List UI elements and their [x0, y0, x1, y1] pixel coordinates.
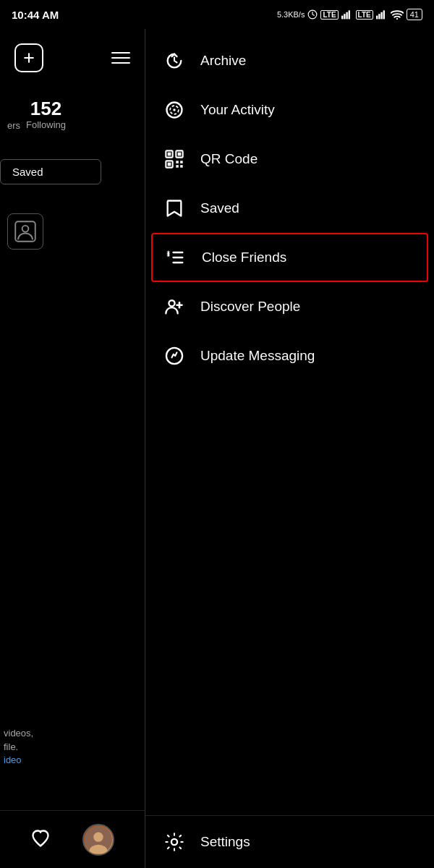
status-time: 10:44 AM	[12, 9, 59, 21]
archive-icon	[163, 49, 186, 72]
close-friends-svg	[166, 247, 186, 268]
signal-bars-1	[341, 9, 353, 20]
menu-item-close-friends[interactable]: Close Friends	[151, 233, 428, 282]
svg-rect-25	[180, 161, 183, 163]
qr-svg	[164, 149, 184, 169]
followers-partial-text: ers	[7, 121, 20, 130]
svg-rect-8	[383, 10, 384, 19]
svg-rect-7	[380, 12, 382, 20]
qr-code-label: QR Code	[200, 151, 258, 167]
svg-rect-3	[346, 12, 347, 20]
update-messaging-label: Update Messaging	[200, 348, 315, 364]
svg-rect-6	[378, 14, 380, 19]
photo-placeholder	[7, 213, 43, 250]
saved-label: Saved	[200, 200, 239, 216]
following-stat[interactable]: 152 Following	[26, 98, 66, 130]
svg-point-11	[22, 225, 29, 231]
menu-item-archive[interactable]: Archive	[145, 36, 434, 85]
wifi-icon	[391, 9, 404, 20]
qr-icon	[163, 148, 186, 171]
following-label: Following	[26, 119, 66, 130]
close-friends-label: Close Friends	[202, 250, 286, 265]
svg-rect-2	[344, 14, 345, 19]
heart-button[interactable]	[30, 828, 51, 851]
svg-rect-24	[176, 161, 179, 163]
avatar-image	[85, 826, 112, 854]
settings-item[interactable]: Settings	[145, 815, 434, 868]
settings-label: Settings	[200, 834, 250, 850]
new-post-button[interactable]	[14, 43, 43, 72]
bottom-text-1: videos,	[4, 728, 33, 739]
bottom-text-2: file.	[4, 741, 18, 752]
menu-item-saved[interactable]: Saved	[145, 184, 434, 233]
svg-rect-4	[348, 10, 349, 19]
menu-item-update-messaging[interactable]: Update Messaging	[145, 331, 434, 380]
menu-list: Archive Your Activity	[145, 36, 434, 380]
saved-button[interactable]: Saved	[0, 159, 101, 184]
activity-icon	[163, 98, 186, 122]
followers-stat: ers	[7, 121, 20, 130]
lte-badge-1: LTE	[320, 10, 338, 20]
left-panel: ers 152 Following Saved videos, file. id…	[0, 29, 145, 868]
bottom-nav-left	[0, 810, 145, 868]
svg-rect-26	[176, 165, 179, 168]
bottom-link[interactable]: ideo	[4, 754, 22, 765]
lte-badge-2: LTE	[356, 10, 373, 20]
svg-point-38	[171, 839, 177, 845]
svg-point-17	[173, 109, 176, 111]
svg-point-13	[93, 832, 103, 841]
archive-svg	[164, 51, 184, 71]
svg-rect-23	[168, 163, 171, 166]
photo-icon-area	[7, 213, 137, 250]
messaging-svg	[164, 346, 184, 366]
menu-item-qr-code[interactable]: QR Code	[145, 135, 434, 184]
settings-svg	[164, 832, 184, 852]
discover-icon	[163, 295, 186, 318]
saved-icon	[163, 197, 186, 220]
saved-svg	[164, 198, 184, 218]
clock-icon	[307, 9, 318, 20]
svg-marker-33	[166, 253, 170, 257]
menu-item-discover-people[interactable]: Discover People	[145, 282, 434, 331]
bottom-text-left: videos, file. ideo	[0, 727, 141, 767]
svg-rect-27	[180, 165, 183, 168]
saved-button-area: Saved	[0, 159, 137, 184]
signal-bars-2	[376, 9, 388, 20]
right-panel: Archive Your Activity	[145, 29, 434, 868]
close-friends-icon	[164, 246, 187, 269]
settings-icon	[163, 830, 186, 854]
status-icons: 5.3KB/s LTE LTE 41	[277, 9, 422, 20]
svg-rect-21	[168, 153, 171, 156]
svg-rect-1	[341, 16, 343, 20]
discover-people-label: Discover People	[200, 299, 300, 315]
heart-icon	[30, 828, 51, 848]
activity-svg	[164, 100, 184, 120]
header-icons	[0, 32, 145, 84]
svg-rect-5	[376, 16, 378, 20]
messaging-icon	[163, 344, 186, 367]
svg-rect-22	[178, 153, 182, 156]
svg-point-9	[396, 18, 398, 20]
archive-label: Archive	[200, 53, 246, 69]
plus-icon	[22, 51, 36, 65]
your-activity-label: Your Activity	[200, 102, 275, 118]
profile-stats: ers 152 Following	[0, 84, 145, 137]
following-count: 152	[30, 98, 61, 119]
person-icon	[14, 221, 36, 242]
status-bar: 10:44 AM 5.3KB/s LTE LTE	[0, 0, 434, 29]
discover-svg	[164, 297, 184, 317]
network-speed: 5.3KB/s	[277, 10, 305, 19]
hamburger-menu[interactable]	[111, 52, 130, 64]
avatar[interactable]	[82, 824, 114, 856]
svg-point-34	[169, 300, 174, 306]
menu-item-your-activity[interactable]: Your Activity	[145, 85, 434, 135]
battery-indicator: 41	[407, 9, 422, 20]
